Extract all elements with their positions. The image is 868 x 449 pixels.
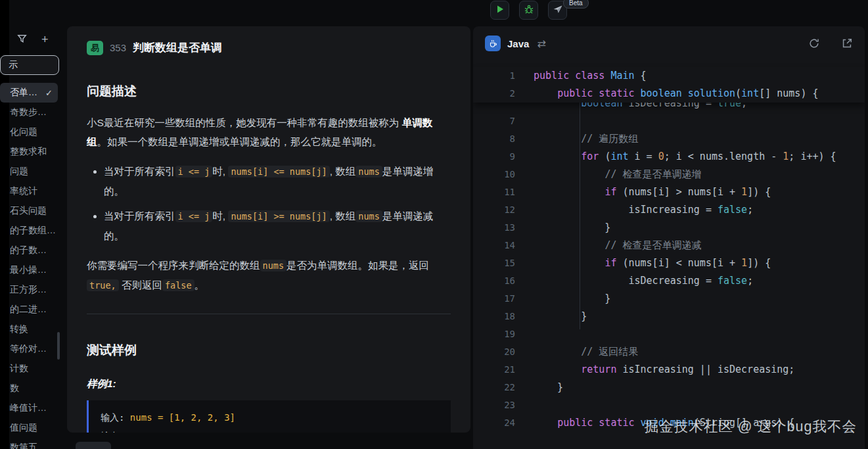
sidebar-toolbar: + xyxy=(0,0,66,46)
code-line-inner: 11 if (nums[i] > nums[i + 1]) { xyxy=(473,183,865,201)
code-line[interactable]: boolean isDecreasing = true; xyxy=(473,103,865,112)
indent-guide xyxy=(580,103,580,329)
code-text: if (nums[i] < nums[i + 1]) { xyxy=(534,254,771,272)
code-line-inner: 8 // 遍历数组 xyxy=(473,130,865,148)
code-line-inner: 10 // 检查是否单调递增 xyxy=(473,166,865,183)
inline-code: i <= j xyxy=(175,210,213,222)
sidebar-item[interactable]: 数第五 xyxy=(0,438,58,449)
add-problem-button[interactable]: + xyxy=(41,34,49,45)
text-run: , 数组 xyxy=(330,166,356,177)
code-line-inner: 12 isIncreasing = false; xyxy=(473,201,865,219)
sample-token: 输出: xyxy=(101,431,130,433)
code-line-inner: 21 return isIncreasing || isDecreasing; xyxy=(473,361,865,379)
sidebar-item-label: 正方形… xyxy=(10,284,47,296)
code-text: // 返回结果 xyxy=(534,343,638,361)
sidebar-item[interactable]: 率统计 xyxy=(0,181,58,201)
sidebar-item-label: 石头问题 xyxy=(10,205,47,217)
problem-paragraph-1: 小S最近在研究一些数组的性质，她发现有一种非常有趣的数组被称为 单调数组。如果一… xyxy=(87,113,451,151)
sidebar-item[interactable]: 奇数步… xyxy=(0,103,58,122)
code-line-inner: boolean isDecreasing = true; xyxy=(473,103,865,112)
sidebar-filter-input[interactable]: 示 xyxy=(0,55,59,75)
code-line[interactable]: 18 } xyxy=(473,308,865,325)
inline-code: nums[i] <= nums[j] xyxy=(228,166,329,177)
code-text: public class Main { xyxy=(534,67,647,85)
code-line[interactable]: 8 // 遍历数组 xyxy=(473,130,865,148)
code-text: if (nums[i] > nums[i + 1]) { xyxy=(534,183,771,201)
code-line[interactable]: 13 } xyxy=(473,219,865,237)
sidebar-item[interactable]: 最小操… xyxy=(0,260,58,280)
code-line[interactable]: 14 // 检查是否单调递减 xyxy=(473,237,865,254)
topbar xyxy=(490,1,567,20)
sidebar-item[interactable]: 等价对… xyxy=(0,339,58,359)
code-line[interactable]: 22 } xyxy=(473,379,865,396)
sidebar-item-label: 化问题 xyxy=(10,126,37,138)
sidebar-item-label: 计数 xyxy=(10,363,28,375)
code-line-inner: 13 } xyxy=(473,219,865,237)
code-line[interactable]: 10 // 检查是否单调递增 xyxy=(473,166,865,183)
code-line-inner: 16 isDecreasing = false; xyxy=(473,272,865,290)
text-run: 。如果一个数组是单调递增或单调递减的，那么它就是单调的。 xyxy=(97,136,382,147)
code-text: return isIncreasing || isDecreasing; xyxy=(534,361,794,379)
run-button[interactable] xyxy=(490,1,509,20)
sidebar-item[interactable]: 值问题 xyxy=(0,418,58,438)
code-line[interactable]: 11 if (nums[i] > nums[i + 1]) { xyxy=(473,183,865,201)
code-line[interactable]: 23 xyxy=(473,396,865,414)
sidebar-item[interactable]: 的子数… xyxy=(0,241,58,260)
reset-code-icon[interactable] xyxy=(808,37,820,49)
sidebar-item[interactable]: 的子数组… xyxy=(0,221,58,241)
sidebar-item[interactable]: 问题 xyxy=(0,162,58,181)
sidebar-scrollbar[interactable] xyxy=(57,332,60,360)
bottom-cut-panel xyxy=(76,442,111,449)
code-text: } xyxy=(534,219,610,237)
text-run: 。 xyxy=(194,279,205,291)
code-line[interactable]: 12 isIncreasing = false; xyxy=(473,201,865,219)
sample-token: True xyxy=(130,431,152,433)
code-text: } xyxy=(534,290,610,308)
sample-line: 输入: nums = [1, 2, 2, 3] xyxy=(101,408,439,427)
sidebar-item[interactable]: 否单…✓ xyxy=(0,83,58,103)
code-line-inner: 17 } xyxy=(473,290,865,308)
sidebar-item[interactable]: 数 xyxy=(0,379,58,398)
inline-code: nums[i] >= nums[j] xyxy=(228,210,329,222)
code-line[interactable]: 15 if (nums[i] < nums[i + 1]) { xyxy=(473,254,865,272)
code-text: // 检查是否单调递减 xyxy=(534,237,701,254)
code-text: // 检查是否单调递增 xyxy=(534,166,701,183)
sidebar-item[interactable]: 化问题 xyxy=(0,122,58,142)
play-icon xyxy=(495,5,505,16)
sidebar-item[interactable]: 转换 xyxy=(0,319,58,339)
sidebar-item[interactable]: 整数求和 xyxy=(0,142,58,162)
code-line[interactable]: 16 isDecreasing = false; xyxy=(473,272,865,290)
sticky-scroll-lines: 1public class Main {2 public static bool… xyxy=(473,67,865,103)
sidebar-item-label: 的子数… xyxy=(10,245,47,256)
sidebar-item-label: 数第五 xyxy=(10,442,37,449)
paper-plane-icon xyxy=(553,4,563,17)
sidebar-item[interactable]: 正方形… xyxy=(0,280,58,300)
code-line[interactable]: 9 for (int i = 0; i < nums.length - 1; i… xyxy=(473,148,865,166)
text-run: 否则返回 xyxy=(119,279,162,291)
code-line[interactable]: 7 xyxy=(473,112,865,130)
code-line[interactable]: 1public class Main { xyxy=(473,67,865,85)
filter-icon[interactable] xyxy=(16,33,28,46)
language-switch-icon[interactable]: ⇄ xyxy=(537,37,545,50)
sidebar-item[interactable]: 计数 xyxy=(0,359,58,379)
text-run: 你需要编写一个程序来判断给定的数组 xyxy=(87,260,260,271)
code-area[interactable]: 1public class Main {2 public static bool… xyxy=(473,60,865,432)
sidebar-item[interactable]: 的二进… xyxy=(0,300,58,319)
code-text: public static boolean solution(int[] num… xyxy=(534,85,819,103)
code-line[interactable]: 21 return isIncreasing || isDecreasing; xyxy=(473,361,865,379)
code-line[interactable]: 19 xyxy=(473,325,865,343)
code-line-inner: 7 xyxy=(473,112,865,130)
code-editor-panel: Java ⇄ 1public class Main {2 public stat… xyxy=(473,26,865,449)
sidebar-item[interactable]: 峰值计… xyxy=(0,398,58,418)
code-line[interactable]: 2 public static boolean solution(int[] n… xyxy=(473,85,865,103)
code-line[interactable]: 20 // 返回结果 xyxy=(473,343,865,361)
problem-title: 判断数组是否单调 xyxy=(133,40,222,55)
example-1-label: 样例1: xyxy=(87,377,451,391)
sample-token: 输入: xyxy=(101,412,130,423)
expand-icon[interactable] xyxy=(841,37,853,49)
debug-button[interactable] xyxy=(519,1,538,20)
sidebar-item[interactable]: 石头问题 xyxy=(0,201,58,221)
code-line[interactable]: 17 } xyxy=(473,290,865,308)
line-number: 13 xyxy=(473,219,515,237)
problem-id: 353 xyxy=(110,42,126,53)
